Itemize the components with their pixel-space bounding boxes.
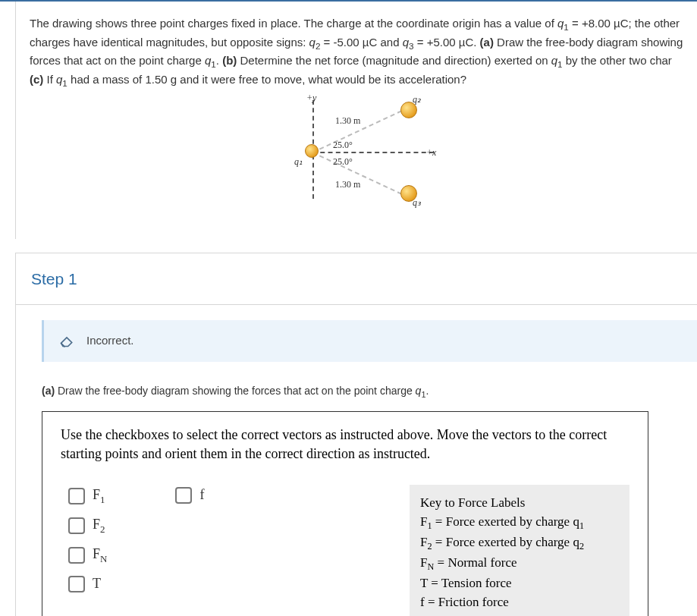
incorrect-alert: Incorrect.	[42, 320, 697, 362]
vector-checkbox-F2[interactable]: F2	[68, 514, 107, 536]
checkbox[interactable]	[175, 487, 192, 504]
charge-diagram: +y +x q₁ q₂ q₃ 1.30 m 1.30 m 25.0° 25.0°	[30, 90, 697, 222]
checkbox[interactable]	[68, 547, 85, 564]
vector-checkbox-f[interactable]: f	[175, 485, 204, 505]
alert-text: Incorrect.	[86, 332, 134, 350]
eraser-icon	[59, 334, 74, 347]
key-item: f = Friction force	[420, 593, 616, 612]
vector-checkbox-F1[interactable]: F1	[68, 485, 107, 507]
step-card: Step 1 Incorrect. (a) Draw the free-body…	[15, 253, 697, 616]
checkbox[interactable]	[68, 576, 85, 592]
key-item: F1 = Force exerted by charge q1	[420, 513, 616, 533]
free-body-diagram-widget: Use the checkboxes to select the correct…	[42, 411, 648, 616]
question-text: The drawing shows three point charges fi…	[30, 15, 697, 90]
vector-checkbox-T[interactable]: T	[68, 574, 107, 594]
question-card: The drawing shows three point charges fi…	[15, 2, 697, 239]
vector-checkbox-area: F1F2FNT f	[61, 485, 394, 594]
force-key-box: Key to Force Labels F1 = Force exerted b…	[410, 485, 629, 616]
key-item: T = Tension force	[420, 574, 616, 593]
part-a-instruction: (a) Draw the free-body diagram showing t…	[42, 383, 697, 401]
checkbox[interactable]	[68, 517, 85, 534]
vector-checkbox-FN[interactable]: FN	[68, 544, 107, 566]
step-title: Step 1	[16, 253, 697, 306]
key-item: F2 = Force exerted by charge q2	[420, 533, 616, 554]
checkbox[interactable]	[68, 488, 85, 504]
key-item: FN = Normal force	[420, 554, 616, 574]
fbd-instructions: Use the checkboxes to select the correct…	[61, 426, 629, 464]
q-line1a: The drawing shows three point charges fi…	[30, 17, 557, 30]
key-title: Key to Force Labels	[420, 494, 616, 513]
